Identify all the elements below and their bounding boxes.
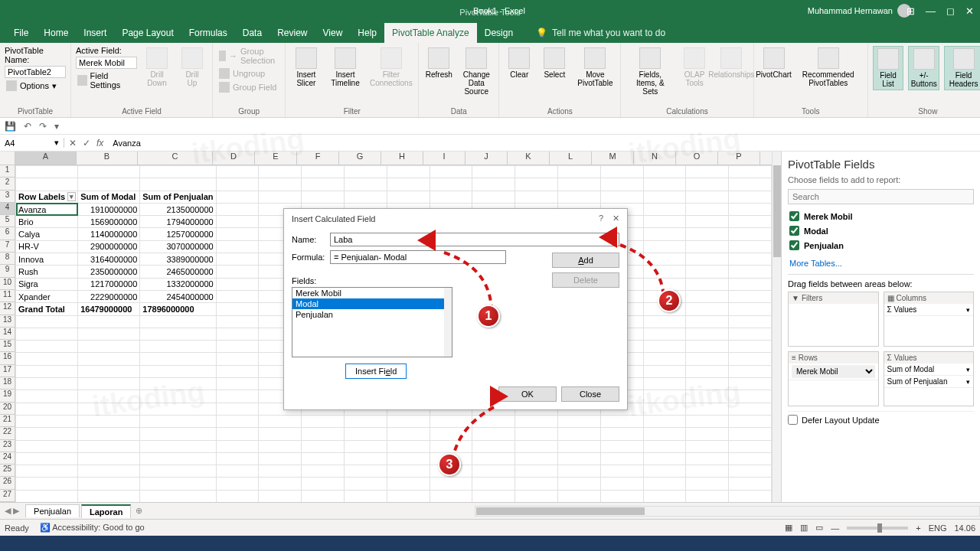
view-normal-icon[interactable]: ▦ — [785, 523, 792, 533]
clock: 14.06 — [954, 523, 975, 533]
ribbon-display-icon[interactable]: ⊞ — [906, 5, 915, 17]
redo-icon[interactable]: ↷ — [39, 121, 47, 132]
tab-insert[interactable]: Insert — [76, 23, 114, 43]
quick-access-toolbar: 💾 ↶ ↷ ▾ — [0, 118, 980, 135]
save-icon[interactable]: 💾 — [5, 121, 16, 132]
tab-pivottable-analyze[interactable]: PivotTable Analyze — [384, 23, 477, 43]
ok-button[interactable]: OK — [498, 386, 557, 402]
sheet-nav[interactable]: ◀ ▶ — [0, 506, 24, 516]
ungroup-button: Ungroup — [217, 67, 280, 80]
field-settings-button[interactable]: Field Settings — [76, 70, 137, 90]
field-checkbox[interactable]: Merek Mobil — [788, 209, 974, 223]
recommended-pt-button[interactable]: Recommended PivotTables — [794, 46, 864, 89]
add-sheet-button[interactable]: ⊕ — [136, 506, 142, 516]
tab-design[interactable]: Design — [477, 23, 521, 43]
options-button[interactable]: Options ▾ — [5, 80, 66, 92]
tab-help[interactable]: Help — [350, 23, 384, 43]
vertical-scrollbar[interactable] — [772, 152, 781, 502]
language-indicator[interactable]: ENG — [929, 523, 947, 533]
pt-name-input[interactable] — [5, 66, 66, 78]
column-headers[interactable]: ABCDEFGHIJKLMNOP — [15, 152, 772, 165]
tab-data[interactable]: Data — [235, 23, 270, 43]
dialog-close-icon[interactable]: ✕ — [612, 214, 619, 223]
minimize-icon[interactable]: — — [926, 5, 936, 17]
select-all-corner[interactable] — [0, 152, 15, 165]
filter-connections-button: Filter Connections — [368, 46, 413, 89]
values-area[interactable]: Σ Values Sum of Modal Sum of Penjualan — [884, 351, 975, 406]
add-button[interactable]: Add — [552, 253, 619, 268]
undo-icon[interactable]: ↶ — [24, 121, 31, 132]
maximize-icon[interactable]: ◻ — [946, 5, 955, 17]
dialog-help-icon[interactable]: ? — [599, 214, 603, 223]
columns-area[interactable]: ▦ Columns Σ Values — [884, 292, 975, 347]
tab-formulas[interactable]: Formulas — [181, 23, 235, 43]
account-area[interactable]: Muhammad Hernawan — [808, 4, 911, 18]
relationships-button: Relationships — [714, 46, 748, 80]
values-item-1[interactable]: Sum of Penjualan — [884, 376, 974, 388]
zoom-slider[interactable] — [847, 527, 908, 530]
move-pivottable-button[interactable]: Move PivotTable — [574, 46, 616, 89]
view-page-break-icon[interactable]: ▭ — [815, 523, 823, 533]
drill-up-button: Drill Up — [177, 46, 207, 89]
enter-icon[interactable]: ✓ — [83, 138, 90, 148]
rows-area[interactable]: ≡ Rows Merek Mobil — [788, 351, 879, 406]
pivotchart-button[interactable]: PivotChart — [759, 46, 789, 80]
ribbon: PivotTable Name: Options ▾ PivotTable Ac… — [0, 43, 980, 118]
view-page-layout-icon[interactable]: ▥ — [800, 523, 808, 533]
fields-search-input[interactable] — [788, 189, 974, 204]
document-title: Book1 - Excel — [473, 6, 525, 15]
tab-page-layout[interactable]: Page Layout — [114, 23, 181, 43]
drill-down-button: Drill Down — [142, 46, 172, 89]
lightbulb-icon: 💡 — [536, 28, 547, 38]
active-field-input[interactable] — [76, 57, 137, 69]
insert-timeline-button[interactable]: Insert Timeline — [327, 46, 364, 89]
horizontal-scrollbar[interactable] — [475, 506, 980, 517]
fx-icon[interactable]: fx — [96, 138, 103, 148]
field-item-1[interactable]: Modal — [292, 298, 452, 309]
field-checkbox[interactable]: Penjualan — [788, 238, 974, 253]
field-headers-button[interactable]: Field Headers — [944, 46, 980, 90]
taskbar[interactable] — [0, 536, 980, 551]
field-checkbox[interactable]: Modal — [788, 223, 974, 238]
fields-listbox[interactable]: Merek Mobil Modal Penjualan — [292, 287, 452, 357]
change-data-source-button[interactable]: Change Data Source — [459, 46, 494, 97]
clear-button[interactable]: Clear — [504, 46, 534, 80]
tab-view[interactable]: View — [315, 23, 351, 43]
field-item-0[interactable]: Merek Mobil — [292, 288, 452, 298]
plus-minus-buttons-button[interactable]: +/- Buttons — [908, 46, 939, 90]
columns-item[interactable]: Σ Values — [884, 304, 974, 316]
dialog-title: Insert Calculated Field — [292, 214, 375, 223]
refresh-button[interactable]: Refresh — [423, 46, 454, 80]
tell-me[interactable]: 💡 Tell me what you want to do — [536, 28, 665, 43]
defer-checkbox[interactable] — [788, 415, 798, 425]
row-headers[interactable]: 1234567891011121314151617181920212223242… — [0, 165, 15, 502]
close-icon[interactable]: ✕ — [965, 5, 974, 17]
zoom-out-icon[interactable]: — — [831, 523, 839, 533]
fields-items-sets-button[interactable]: Fields, Items, & Sets — [626, 46, 675, 97]
group-selection-button: → Group Selection — [217, 46, 280, 66]
formula-input[interactable]: Avanza — [108, 139, 145, 148]
qat-customize-icon[interactable]: ▾ — [54, 121, 59, 132]
tab-file[interactable]: File — [6, 23, 36, 43]
name-box[interactable]: A4▾ — [0, 138, 64, 148]
insert-slicer-button[interactable]: Insert Slicer — [290, 46, 322, 89]
close-button[interactable]: Close — [561, 386, 619, 402]
insert-field-button[interactable]: Insert Field — [345, 364, 407, 379]
select-button[interactable]: Select — [539, 46, 570, 80]
zoom-in-icon[interactable]: + — [916, 523, 920, 533]
filters-area[interactable]: ▼ Filters — [788, 292, 879, 347]
accessibility-status[interactable]: ♿ Accessibility: Good to go — [40, 523, 145, 533]
values-item-0[interactable]: Sum of Modal — [884, 364, 974, 376]
field-list-button[interactable]: Field List — [873, 46, 903, 90]
sheet-tab-0[interactable]: Penjualan — [25, 504, 80, 517]
tab-review[interactable]: Review — [270, 23, 315, 43]
cancel-icon[interactable]: ✕ — [69, 138, 77, 148]
rows-item[interactable]: Merek Mobil — [792, 365, 875, 378]
field-item-2[interactable]: Penjualan — [292, 309, 452, 320]
more-tables-link[interactable]: More Tables... — [788, 257, 974, 269]
delete-button: Delete — [552, 272, 619, 288]
tab-home[interactable]: Home — [36, 23, 76, 43]
pivottable-fields-pane: PivotTable Fields Choose fields to add t… — [781, 152, 980, 502]
sheet-tab-1[interactable]: Laporan — [81, 504, 131, 518]
status-bar: Ready ♿ Accessibility: Good to go ▦ ▥ ▭ … — [0, 519, 980, 536]
